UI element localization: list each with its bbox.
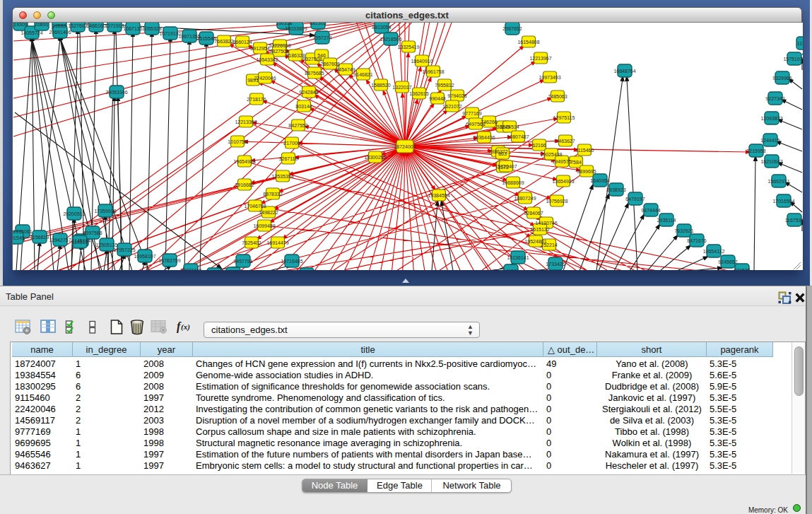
svg-text:18640910: 18640910 bbox=[411, 59, 433, 64]
svg-text:10654112: 10654112 bbox=[703, 249, 725, 254]
svg-text:17046788: 17046788 bbox=[244, 204, 266, 209]
svg-text:9242848: 9242848 bbox=[299, 90, 318, 95]
svg-text:9397588: 9397588 bbox=[83, 230, 102, 235]
svg-text:15692971: 15692971 bbox=[767, 179, 789, 184]
svg-text:2987652: 2987652 bbox=[502, 26, 522, 31]
svg-text:9146821: 9146821 bbox=[353, 72, 372, 77]
svg-text:62166: 62166 bbox=[532, 143, 546, 148]
svg-text:1733426: 1733426 bbox=[546, 262, 565, 267]
svg-text:12093873: 12093873 bbox=[760, 116, 782, 121]
svg-text:16848764: 16848764 bbox=[613, 69, 635, 74]
svg-text:7632621: 7632621 bbox=[674, 228, 693, 233]
svg-text:10756928: 10756928 bbox=[546, 199, 567, 204]
svg-text:7357274: 7357274 bbox=[312, 35, 331, 40]
svg-text:3624514: 3624514 bbox=[500, 124, 519, 129]
svg-text:20053346: 20053346 bbox=[105, 90, 127, 95]
svg-text:8427552: 8427552 bbox=[288, 123, 307, 128]
svg-text:9245652: 9245652 bbox=[718, 259, 737, 264]
svg-text:7584: 7584 bbox=[570, 160, 582, 165]
svg-text:9115460: 9115460 bbox=[575, 148, 594, 153]
svg-text:1055328: 1055328 bbox=[142, 26, 161, 31]
svg-text:6466160: 6466160 bbox=[86, 23, 105, 28]
svg-text:13325419: 13325419 bbox=[397, 45, 419, 49]
svg-text:9474444: 9474444 bbox=[641, 208, 660, 213]
svg-text:17359918: 17359918 bbox=[94, 209, 116, 214]
svg-text:1244415: 1244415 bbox=[760, 138, 779, 143]
svg-text:10807487: 10807487 bbox=[507, 134, 529, 139]
svg-text:9463627: 9463627 bbox=[555, 139, 575, 144]
svg-text:3267110: 3267110 bbox=[279, 156, 298, 161]
svg-text:18300295: 18300295 bbox=[364, 155, 386, 160]
svg-text:16210643: 16210643 bbox=[760, 159, 782, 164]
svg-text:2935114: 2935114 bbox=[657, 218, 676, 223]
svg-text:546: 546 bbox=[317, 53, 326, 58]
svg-text:53226058: 53226058 bbox=[269, 43, 290, 48]
svg-text:9227342: 9227342 bbox=[765, 96, 784, 101]
svg-text:15751074: 15751074 bbox=[783, 57, 803, 62]
svg-text:8454749: 8454749 bbox=[336, 67, 355, 72]
svg-text:14055724: 14055724 bbox=[20, 30, 42, 35]
svg-text:7663822: 7663822 bbox=[214, 39, 233, 44]
svg-text:8938923: 8938923 bbox=[606, 187, 625, 192]
svg-text:217006: 217006 bbox=[283, 141, 300, 146]
svg-text:7485063: 7485063 bbox=[548, 94, 567, 99]
svg-text:141361: 141361 bbox=[502, 269, 519, 271]
svg-text:20691406: 20691406 bbox=[49, 30, 71, 35]
svg-text:8912954: 8912954 bbox=[250, 46, 269, 51]
svg-text:15720407: 15720407 bbox=[495, 164, 517, 169]
svg-text:9457791: 9457791 bbox=[233, 259, 252, 264]
svg-text:(x): (x) bbox=[181, 322, 190, 332]
svg-text:16914479: 16914479 bbox=[266, 240, 288, 245]
svg-text:1362615: 1362615 bbox=[409, 91, 428, 96]
svg-text:12213967: 12213967 bbox=[529, 56, 551, 61]
svg-text:9329966: 9329966 bbox=[772, 76, 792, 81]
svg-text:13535394: 13535394 bbox=[271, 174, 293, 179]
svg-text:7625402: 7625402 bbox=[242, 240, 261, 245]
svg-text:1322017: 1322017 bbox=[392, 85, 411, 90]
svg-text:924565: 924565 bbox=[734, 268, 750, 271]
svg-text:10025438: 10025438 bbox=[540, 152, 562, 157]
svg-text:8878332: 8878332 bbox=[263, 192, 282, 197]
svg-text:16033809: 16033809 bbox=[285, 26, 307, 31]
svg-text:10973493: 10973493 bbox=[539, 75, 560, 80]
svg-text:16154808: 16154808 bbox=[517, 40, 539, 45]
svg-text:8813054: 8813054 bbox=[372, 25, 391, 30]
svg-text:1071913: 1071913 bbox=[105, 23, 124, 28]
svg-text:881305: 881305 bbox=[310, 23, 326, 25]
svg-text:990448: 990448 bbox=[429, 96, 445, 101]
svg-text:114519: 114519 bbox=[72, 240, 88, 245]
svg-text:1615132: 1615132 bbox=[530, 227, 549, 232]
svg-text:10553: 10553 bbox=[52, 23, 66, 28]
svg-text:13654923: 13654923 bbox=[552, 179, 574, 184]
svg-text:18807249: 18807249 bbox=[514, 196, 536, 201]
svg-text:9777169: 9777169 bbox=[462, 111, 481, 116]
svg-text:1527602: 1527602 bbox=[68, 23, 87, 28]
svg-text:1935061: 1935061 bbox=[13, 229, 32, 234]
svg-text:16782759: 16782759 bbox=[158, 258, 180, 263]
svg-text:391549: 391549 bbox=[13, 235, 25, 240]
svg-text:8471676: 8471676 bbox=[687, 238, 706, 243]
svg-text:14120746: 14120746 bbox=[535, 221, 557, 226]
svg-text:1156819: 1156819 bbox=[30, 235, 49, 240]
svg-text:12505135: 12505135 bbox=[95, 243, 117, 247]
svg-text:1916682: 1916682 bbox=[235, 182, 254, 187]
svg-text:6479197: 6479197 bbox=[625, 197, 645, 201]
svg-text:17016504: 17016504 bbox=[772, 199, 794, 204]
svg-text:15716485: 15716485 bbox=[281, 259, 302, 264]
svg-text:8875685: 8875685 bbox=[305, 71, 324, 76]
svg-text:12975115: 12975115 bbox=[553, 115, 575, 120]
svg-text:20891: 20891 bbox=[35, 23, 49, 27]
svg-text:7955812: 7955812 bbox=[435, 83, 454, 88]
svg-text:8660124: 8660124 bbox=[233, 40, 252, 45]
svg-text:16961758: 16961758 bbox=[422, 69, 444, 74]
svg-text:11123: 11123 bbox=[797, 41, 803, 46]
svg-text:19654988: 19654988 bbox=[233, 159, 255, 164]
svg-text:160338: 160338 bbox=[276, 23, 292, 25]
svg-text:12942757: 12942757 bbox=[49, 238, 71, 243]
svg-text:10688609: 10688609 bbox=[502, 180, 524, 185]
svg-text:17957225: 17957225 bbox=[113, 247, 135, 252]
svg-text:10543342: 10543342 bbox=[256, 57, 278, 62]
svg-text:18724007: 18724007 bbox=[394, 144, 416, 149]
svg-text:803144: 803144 bbox=[295, 104, 312, 109]
svg-text:746266: 746266 bbox=[481, 119, 497, 124]
